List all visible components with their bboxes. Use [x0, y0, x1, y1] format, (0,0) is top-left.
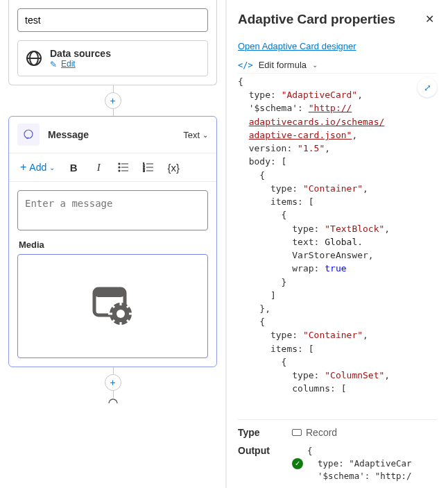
data-sources-edit[interactable]: Edit [50, 59, 111, 69]
media-dropzone[interactable] [17, 254, 208, 358]
end-node-icon [107, 398, 119, 405]
add-step-button[interactable]: + [105, 92, 121, 109]
type-value: Record [292, 427, 337, 438]
output-code: { type: "AdaptiveCar '$schema': "http:/ [307, 445, 412, 482]
output-value: ✓ { type: "AdaptiveCar '$schema': "http:… [292, 445, 412, 482]
svg-point-0 [24, 130, 33, 138]
toolbar-add-button[interactable]: + Add ⌄ [16, 158, 59, 176]
formula-bar[interactable]: </> Edit formula ⌄ [238, 60, 437, 70]
message-title: Message [48, 129, 175, 140]
data-sources-row: Data sources Edit [17, 40, 208, 76]
add-step-button-bottom[interactable]: + [105, 374, 121, 391]
check-icon: ✓ [292, 458, 303, 469]
toolbar-add-label: Add [29, 162, 46, 173]
open-designer-link[interactable]: Open Adaptive Card designer [238, 41, 437, 51]
message-toolbar: + Add ⌄ B I 123 {x} [9, 153, 216, 182]
svg-point-1 [119, 163, 120, 165]
message-icon [17, 124, 40, 146]
svg-text:3: 3 [143, 169, 145, 172]
message-type-dropdown[interactable]: Text ⌄ [183, 130, 208, 140]
bullet-list-button[interactable] [113, 158, 134, 177]
chevron-down-icon: ⌄ [203, 131, 208, 139]
media-label: Media [19, 239, 208, 250]
italic-button[interactable]: I [88, 158, 109, 177]
media-settings-icon [89, 285, 137, 328]
svg-rect-14 [94, 289, 125, 297]
formula-button[interactable]: {x} [163, 158, 184, 177]
formula-code[interactable]: { type: "AdaptiveCard", '$schema': "http… [238, 74, 437, 419]
svg-point-16 [117, 310, 125, 318]
message-type-label: Text [183, 130, 200, 140]
pencil-icon [50, 60, 58, 68]
svg-point-5 [119, 170, 120, 171]
code-icon: </> [238, 60, 253, 70]
numbered-list-button[interactable]: 123 [138, 158, 159, 177]
type-label: Type [238, 427, 278, 438]
panel-title: Adaptive Card properties [238, 12, 395, 27]
connector: + [8, 85, 217, 116]
chevron-down-icon: ⌄ [312, 61, 318, 69]
step-input[interactable] [17, 8, 208, 32]
message-input[interactable] [17, 190, 208, 230]
record-icon [292, 429, 302, 436]
chevron-down-icon: ⌄ [49, 164, 55, 171]
close-button[interactable]: ✕ [422, 10, 437, 28]
type-value-text: Record [306, 427, 337, 438]
formula-label: Edit formula [259, 60, 307, 70]
message-card: Message Text ⌄ + Add ⌄ B I 123 {x} M [8, 116, 217, 367]
output-label: Output [238, 445, 278, 456]
data-sources-edit-link[interactable]: Edit [61, 59, 76, 69]
svg-point-3 [119, 167, 120, 168]
data-sources-title: Data sources [50, 48, 111, 59]
plus-icon: + [20, 161, 26, 174]
expand-button[interactable]: ⤢ [417, 78, 437, 97]
connector-bottom: + [8, 367, 217, 398]
bold-button[interactable]: B [63, 158, 84, 177]
globe-icon [26, 51, 42, 66]
